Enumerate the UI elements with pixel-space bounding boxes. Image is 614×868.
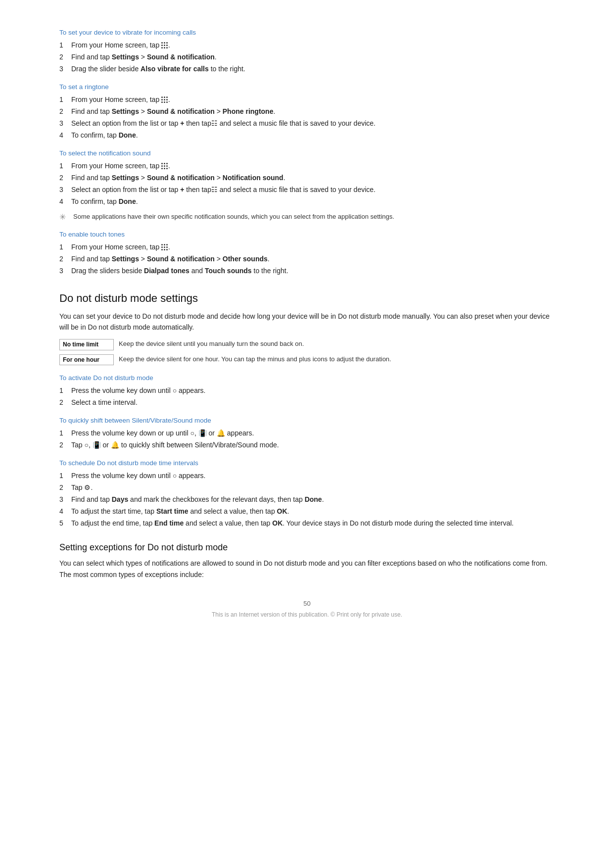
exceptions-title: Setting exceptions for Do not disturb mo…: [59, 542, 555, 553]
step-text: To adjust the end time, tap End time and…: [71, 518, 555, 529]
step-item: 4 To confirm, tap Done.: [59, 196, 555, 207]
step-text: From your Home screen, tap .: [71, 242, 555, 252]
table-label: No time limit: [59, 339, 114, 350]
step-text: Tap ○, 📳 or 🔔 to quickly shift between S…: [71, 440, 555, 450]
step-item: 4 To adjust the start time, tap Start ti…: [59, 506, 555, 517]
step-item: 2 Select a time interval.: [59, 397, 555, 408]
dnd-table: No time limit Keep the device silent unt…: [59, 339, 555, 366]
step-item: 1 From your Home screen, tap .: [59, 242, 555, 252]
dnd-title: Do not disturb mode settings: [59, 292, 555, 305]
step-text: Press the volume key down until ○ appear…: [71, 471, 555, 481]
step-number: 1: [59, 471, 71, 481]
heading-schedule-dnd: To schedule Do not disturb mode time int…: [59, 459, 555, 467]
footer-note-text: This is an Internet version of this publ…: [212, 611, 402, 618]
steps-touch-tones: 1 From your Home screen, tap . 2 Find an…: [59, 242, 555, 276]
steps-vibrate-calls: 1 From your Home screen, tap . 2 Find an…: [59, 40, 555, 74]
step-item: 2 Find and tap Settings > Sound & notifi…: [59, 106, 555, 117]
step-number: 3: [59, 185, 71, 195]
step-item: 3 Select an option from the list or tap …: [59, 185, 555, 195]
table-row: For one hour Keep the device silent for …: [59, 354, 555, 366]
step-item: 1 From your Home screen, tap .: [59, 161, 555, 171]
step-text: To confirm, tap Done.: [71, 130, 555, 141]
step-number: 5: [59, 518, 71, 529]
section-dnd: Do not disturb mode settings You can set…: [59, 292, 555, 529]
page-content: To set your device to vibrate for incomi…: [59, 29, 555, 618]
step-item: 2 Tap ○, 📳 or 🔔 to quickly shift between…: [59, 440, 555, 450]
step-number: 1: [59, 95, 71, 105]
step-text: Find and tap Settings > Sound & notifica…: [71, 173, 555, 183]
step-text: Press the volume key down until ○ appear…: [71, 386, 555, 396]
footer-note: This is an Internet version of this publ…: [59, 611, 555, 618]
step-text: Find and tap Settings > Sound & notifica…: [71, 106, 555, 117]
section-ringtone: To set a ringtone 1 From your Home scree…: [59, 83, 555, 141]
step-text: Find and tap Settings > Sound & notifica…: [71, 254, 555, 264]
step-number: 2: [59, 440, 71, 450]
step-text: From your Home screen, tap .: [71, 161, 555, 171]
apps-icon: [161, 244, 168, 251]
tip-icon: ✳: [59, 212, 69, 222]
note-text: Some applications have their own specifi…: [73, 212, 394, 222]
section-exceptions: Setting exceptions for Do not disturb mo…: [59, 542, 555, 580]
step-number: 2: [59, 397, 71, 408]
step-number: 2: [59, 254, 71, 264]
step-number: 3: [59, 118, 71, 129]
section-touch-tones: To enable touch tones 1 From your Home s…: [59, 231, 555, 276]
step-item: 4 To confirm, tap Done.: [59, 130, 555, 141]
step-text: Tap ⚙.: [71, 482, 555, 493]
heading-ringtone: To set a ringtone: [59, 83, 555, 91]
step-number: 2: [59, 106, 71, 117]
step-number: 4: [59, 506, 71, 517]
step-item: 1 From your Home screen, tap .: [59, 95, 555, 105]
heading-vibrate-calls: To set your device to vibrate for incomi…: [59, 29, 555, 36]
step-item: 3 Select an option from the list or tap …: [59, 118, 555, 129]
page-footer: 50: [59, 600, 555, 607]
step-item: 5 To adjust the end time, tap End time a…: [59, 518, 555, 529]
step-number: 3: [59, 64, 71, 74]
heading-notification-sound: To select the notification sound: [59, 149, 555, 157]
section-vibrate-calls: To set your device to vibrate for incomi…: [59, 29, 555, 74]
steps-activate-dnd: 1 Press the volume key down until ○ appe…: [59, 386, 555, 408]
table-row: No time limit Keep the device silent unt…: [59, 339, 555, 350]
heading-activate-dnd: To activate Do not disturb mode: [59, 374, 555, 382]
apps-icon: [161, 42, 168, 49]
step-item: 2 Find and tap Settings > Sound & notifi…: [59, 173, 555, 183]
step-text: Drag the sliders beside Dialpad tones an…: [71, 266, 555, 276]
apps-icon: [161, 96, 168, 103]
steps-ringtone: 1 From your Home screen, tap . 2 Find an…: [59, 95, 555, 141]
steps-notification-sound: 1 From your Home screen, tap . 2 Find an…: [59, 161, 555, 207]
step-number: 3: [59, 494, 71, 505]
table-desc: Keep the device silent until you manuall…: [119, 339, 555, 349]
step-number: 2: [59, 173, 71, 183]
step-number: 4: [59, 196, 71, 207]
step-item: 1 Press the volume key down until ○ appe…: [59, 471, 555, 481]
step-text: From your Home screen, tap .: [71, 95, 555, 105]
steps-shift-mode: 1 Press the volume key down or up until …: [59, 428, 555, 450]
dnd-intro: You can set your device to Do not distur…: [59, 311, 555, 333]
step-item: 1 From your Home screen, tap .: [59, 40, 555, 50]
step-text: To adjust the start time, tap Start time…: [71, 506, 555, 517]
step-item: 2 Tap ⚙.: [59, 482, 555, 493]
step-number: 1: [59, 428, 71, 438]
step-number: 2: [59, 482, 71, 493]
step-text: Select an option from the list or tap + …: [71, 185, 555, 195]
step-item: 1 Press the volume key down or up until …: [59, 428, 555, 438]
step-number: 1: [59, 386, 71, 396]
page-number: 50: [303, 600, 310, 607]
step-text: Select an option from the list or tap + …: [71, 118, 555, 129]
note-notification: ✳ Some applications have their own speci…: [59, 212, 555, 222]
exceptions-intro: You can select which types of notificati…: [59, 558, 555, 580]
step-item: 3 Drag the sliders beside Dialpad tones …: [59, 266, 555, 276]
step-text: Press the volume key down or up until ○,…: [71, 428, 555, 438]
step-item: 3 Find and tap Days and mark the checkbo…: [59, 494, 555, 505]
step-item: 2 Find and tap Settings > Sound & notifi…: [59, 254, 555, 264]
table-label: For one hour: [59, 354, 114, 366]
step-number: 1: [59, 242, 71, 252]
step-text: From your Home screen, tap .: [71, 40, 555, 50]
step-text: Select a time interval.: [71, 397, 555, 408]
section-notification-sound: To select the notification sound 1 From …: [59, 149, 555, 222]
step-number: 1: [59, 161, 71, 171]
step-item: 3 Drag the slider beside Also vibrate fo…: [59, 64, 555, 74]
step-number: 2: [59, 52, 71, 62]
steps-schedule-dnd: 1 Press the volume key down until ○ appe…: [59, 471, 555, 529]
step-number: 1: [59, 40, 71, 50]
